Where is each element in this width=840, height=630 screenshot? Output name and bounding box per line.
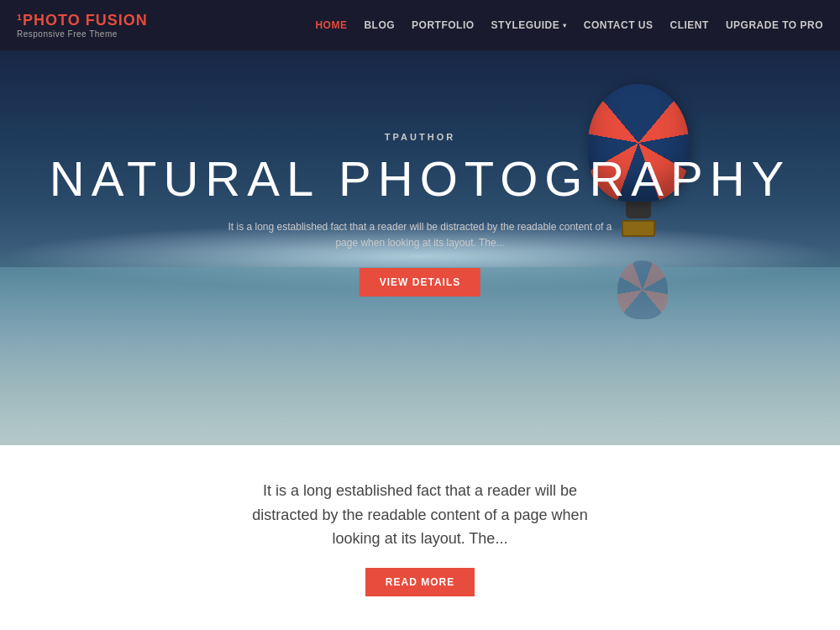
nav-home[interactable]: HOME — [315, 19, 347, 31]
nav-styleguide[interactable]: STYLEGUIDE ▾ — [491, 19, 567, 31]
logo-accent: ¹ — [17, 12, 23, 29]
main-nav: HOME BLOG PORTFOLIO STYLEGUIDE ▾ CONTACT… — [315, 19, 823, 31]
hero-title: NATURAL PHOTOGRAPHY — [50, 150, 791, 207]
nav-portfolio[interactable]: PORTFOLIO — [412, 19, 475, 31]
content-section: It is a long established fact that a rea… — [0, 445, 840, 630]
content-text: It is a long established fact that a rea… — [252, 479, 588, 551]
nav-upgrade[interactable]: UPGRADE TO PRO — [726, 19, 823, 31]
nav-contact[interactable]: CONTACT US — [584, 19, 654, 31]
hero-author: TPAUTHOR — [50, 132, 791, 142]
logo-name: ¹PHOTO FUSION — [17, 12, 148, 29]
hero-content: TPAUTHOR NATURAL PHOTOGRAPHY It is a lon… — [50, 132, 791, 297]
header: ¹PHOTO FUSION Responsive Free Theme HOME… — [0, 0, 840, 50]
hero-description: It is a long established fact that a rea… — [218, 219, 622, 251]
read-more-button[interactable]: READ MORE — [365, 568, 475, 596]
logo-tagline: Responsive Free Theme — [17, 29, 148, 39]
nav-client[interactable]: CLIENT — [670, 19, 709, 31]
chevron-down-icon: ▾ — [563, 22, 567, 29]
view-details-button[interactable]: VIEW DETAILS — [360, 268, 480, 297]
hero-section: TPAUTHOR NATURAL PHOTOGRAPHY It is a lon… — [0, 0, 840, 445]
nav-blog[interactable]: BLOG — [364, 19, 395, 31]
logo[interactable]: ¹PHOTO FUSION Responsive Free Theme — [17, 12, 148, 39]
